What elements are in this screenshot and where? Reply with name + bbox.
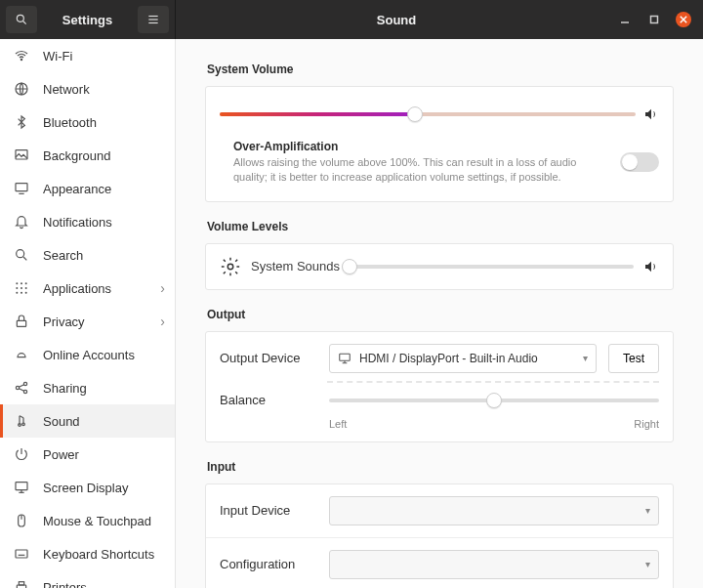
keyboard-shortcuts-icon [14, 546, 29, 562]
sidebar-item-sound[interactable]: Sound [0, 404, 175, 438]
power-icon [14, 446, 29, 462]
search-icon [15, 13, 28, 26]
balance-slider[interactable] [329, 393, 659, 408]
sidebar-item-search[interactable]: Search [0, 238, 175, 272]
over-amp-title: Over-Amplification [233, 140, 610, 153]
chevron-right-icon: › [160, 280, 165, 296]
sidebar-item-mouse-touchpad[interactable]: Mouse & Touchpad [0, 504, 175, 537]
close-button[interactable] [676, 12, 691, 27]
monitor-icon [338, 352, 352, 365]
sidebar-item-notifications[interactable]: Notifications [0, 205, 175, 238]
gear-icon [220, 256, 241, 277]
hamburger-button[interactable] [138, 6, 169, 33]
system-volume-card: Over-Amplification Allows raising the vo… [205, 86, 674, 202]
svg-rect-41 [19, 582, 23, 585]
hamburger-icon [146, 13, 160, 26]
output-device-label: Output Device [220, 351, 317, 365]
search-button[interactable] [6, 6, 37, 33]
sidebar-item-applications[interactable]: Applications› [0, 272, 175, 305]
minimize-icon [620, 15, 630, 24]
output-device-dropdown[interactable]: HDMI / DisplayPort - Built-in Audio ▾ [329, 344, 597, 373]
svg-point-24 [25, 292, 27, 294]
svg-point-43 [227, 264, 233, 270]
configuration-dropdown[interactable]: ▾ [329, 550, 659, 579]
svg-rect-6 [651, 17, 658, 23]
balance-left-label: Left [329, 418, 347, 430]
sidebar-item-label: Notifications [43, 215, 165, 230]
sidebar: Wi-FiNetworkBluetoothBackgroundAppearanc… [0, 39, 176, 588]
sidebar-item-online-accounts[interactable]: Online Accounts [0, 338, 175, 371]
over-amplification-row: Over-Amplification Allows raising the vo… [206, 134, 673, 201]
svg-rect-33 [16, 483, 27, 490]
svg-point-19 [16, 287, 18, 289]
titlebar-left-title: Settings [37, 13, 138, 27]
test-button[interactable]: Test [608, 344, 659, 373]
titlebar-center-title: Sound [176, 13, 617, 27]
over-amp-toggle[interactable] [620, 152, 659, 172]
svg-rect-11 [16, 150, 27, 159]
sidebar-item-sharing[interactable]: Sharing [0, 371, 175, 404]
system-sounds-slider[interactable] [350, 259, 634, 274]
chevron-down-icon: ▾ [645, 559, 650, 569]
network-icon [14, 81, 29, 97]
sidebar-item-label: Appearance [43, 182, 165, 196]
input-device-label: Input Device [220, 503, 317, 518]
system-sounds-label: System Sounds [251, 259, 340, 273]
close-icon [680, 16, 687, 23]
svg-point-21 [25, 287, 27, 289]
sidebar-item-label: Mouse & Touchpad [43, 514, 165, 528]
online-accounts-icon [14, 347, 29, 362]
maximize-button[interactable] [646, 12, 662, 27]
sidebar-item-label: Search [43, 248, 165, 263]
sidebar-item-wi-fi[interactable]: Wi-Fi [0, 39, 175, 72]
speaker-icon [643, 106, 659, 122]
app-body: Wi-FiNetworkBluetoothBackgroundAppearanc… [0, 39, 703, 588]
sidebar-item-privacy[interactable]: Privacy› [0, 305, 175, 338]
sidebar-item-keyboard-shortcuts[interactable]: Keyboard Shortcuts [0, 537, 175, 570]
balance-row: Balance [206, 383, 673, 414]
input-heading: Input [207, 460, 674, 474]
slider-thumb[interactable] [486, 393, 502, 408]
slider-thumb[interactable] [407, 106, 423, 122]
svg-rect-44 [340, 354, 351, 360]
sidebar-item-label: Printers [43, 580, 165, 589]
bluetooth-icon [14, 114, 29, 130]
output-device-value: HDMI / DisplayPort - Built-in Audio [359, 352, 575, 365]
sidebar-item-printers[interactable]: Printers [0, 570, 175, 588]
sidebar-item-background[interactable]: Background [0, 139, 175, 172]
svg-line-15 [23, 257, 26, 260]
sidebar-item-appearance[interactable]: Appearance [0, 172, 175, 205]
printers-icon [14, 579, 29, 588]
minimize-button[interactable] [617, 12, 633, 27]
toggle-knob [622, 154, 638, 170]
svg-point-18 [25, 282, 27, 284]
output-device-row: Output Device HDMI / DisplayPort - Built… [206, 332, 673, 377]
sidebar-item-label: Background [43, 148, 165, 163]
window-controls [617, 12, 703, 27]
svg-rect-12 [16, 184, 27, 191]
input-device-dropdown[interactable]: ▾ [329, 496, 659, 525]
sidebar-item-bluetooth[interactable]: Bluetooth [0, 105, 175, 139]
sidebar-item-label: Bluetooth [43, 115, 165, 130]
system-volume-row [206, 87, 673, 134]
sidebar-item-label: Applications [43, 281, 146, 296]
system-volume-slider[interactable] [220, 106, 636, 122]
svg-point-17 [21, 282, 22, 284]
system-volume-heading: System Volume [207, 63, 674, 76]
sidebar-item-label: Screen Display [43, 481, 165, 495]
background-icon [14, 147, 29, 163]
svg-line-1 [23, 21, 26, 24]
sharing-icon [14, 380, 29, 396]
balance-label: Balance [220, 393, 317, 407]
slider-thumb[interactable] [342, 259, 357, 274]
sidebar-item-label: Online Accounts [43, 348, 165, 362]
main-content: System Volume Over-Amplifi [176, 39, 703, 588]
balance-labels: Left Right [329, 418, 659, 430]
sidebar-item-screen-display[interactable]: Screen Display [0, 471, 175, 504]
sidebar-item-network[interactable]: Network [0, 72, 175, 105]
sidebar-item-power[interactable]: Power [0, 438, 175, 471]
volume-levels-card: System Sounds [205, 243, 674, 290]
svg-rect-25 [17, 320, 25, 326]
wi-fi-icon [14, 48, 29, 63]
mouse-touchpad-icon [14, 513, 29, 528]
